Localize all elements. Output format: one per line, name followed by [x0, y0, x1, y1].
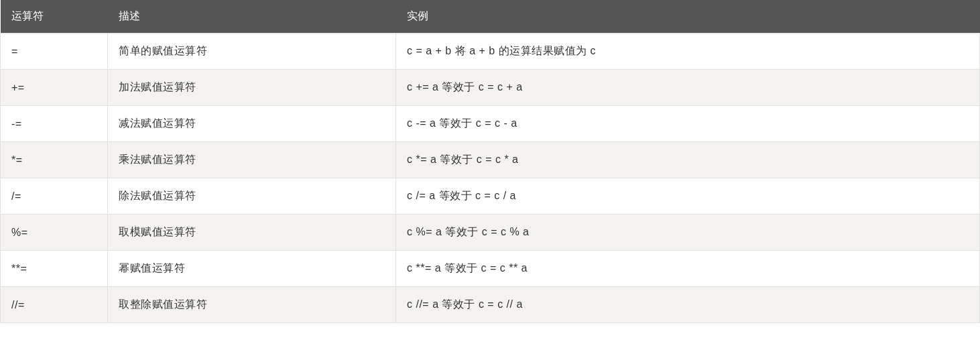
cell-description: 除法赋值运算符: [108, 178, 396, 215]
table-row: //= 取整除赋值运算符 c //= a 等效于 c = c // a: [1, 287, 980, 323]
cell-operator: =: [1, 34, 108, 70]
cell-description: 取模赋值运算符: [108, 215, 396, 251]
assignment-operators-table: 运算符 描述 实例 = 简单的赋值运算符 c = a + b 将 a + b 的…: [0, 0, 980, 323]
header-example: 实例: [396, 0, 980, 34]
table-row: = 简单的赋值运算符 c = a + b 将 a + b 的运算结果赋值为 c: [1, 34, 980, 70]
header-operator: 运算符: [1, 0, 108, 34]
cell-operator: %=: [1, 215, 108, 251]
table-row: /= 除法赋值运算符 c /= a 等效于 c = c / a: [1, 178, 980, 215]
table-row: **= 幂赋值运算符 c **= a 等效于 c = c ** a: [1, 251, 980, 287]
cell-example: c %= a 等效于 c = c % a: [396, 215, 980, 251]
cell-description: 减法赋值运算符: [108, 106, 396, 142]
cell-operator: *=: [1, 142, 108, 178]
cell-operator: //=: [1, 287, 108, 323]
table-row: -= 减法赋值运算符 c -= a 等效于 c = c - a: [1, 106, 980, 142]
cell-example: c += a 等效于 c = c + a: [396, 70, 980, 106]
cell-description: 乘法赋值运算符: [108, 142, 396, 178]
cell-example: c = a + b 将 a + b 的运算结果赋值为 c: [396, 34, 980, 70]
header-description: 描述: [108, 0, 396, 34]
cell-example: c *= a 等效于 c = c * a: [396, 142, 980, 178]
cell-operator: **=: [1, 251, 108, 287]
cell-operator: -=: [1, 106, 108, 142]
cell-description: 幂赋值运算符: [108, 251, 396, 287]
cell-description: 加法赋值运算符: [108, 70, 396, 106]
cell-example: c /= a 等效于 c = c / a: [396, 178, 980, 215]
table-header-row: 运算符 描述 实例: [1, 0, 980, 34]
cell-operator: +=: [1, 70, 108, 106]
cell-example: c **= a 等效于 c = c ** a: [396, 251, 980, 287]
cell-operator: /=: [1, 178, 108, 215]
table-row: += 加法赋值运算符 c += a 等效于 c = c + a: [1, 70, 980, 106]
cell-example: c -= a 等效于 c = c - a: [396, 106, 980, 142]
cell-example: c //= a 等效于 c = c // a: [396, 287, 980, 323]
cell-description: 简单的赋值运算符: [108, 34, 396, 70]
cell-description: 取整除赋值运算符: [108, 287, 396, 323]
table-row: *= 乘法赋值运算符 c *= a 等效于 c = c * a: [1, 142, 980, 178]
table-row: %= 取模赋值运算符 c %= a 等效于 c = c % a: [1, 215, 980, 251]
